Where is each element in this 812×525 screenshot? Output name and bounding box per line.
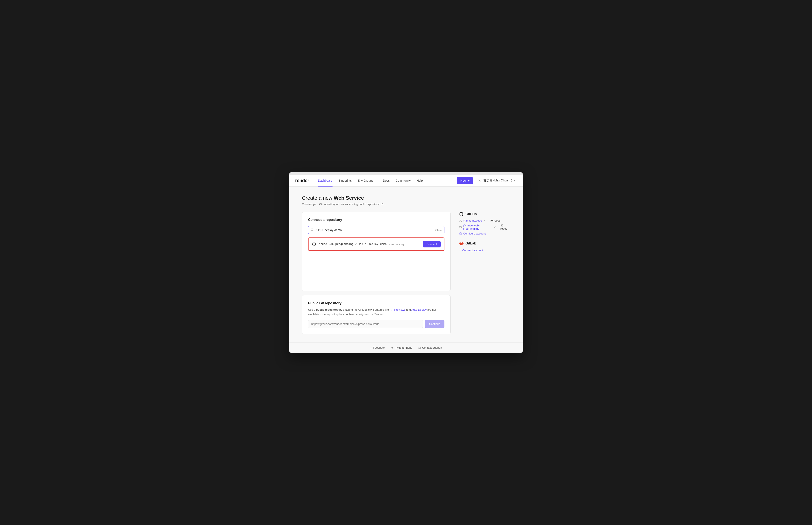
svg-point-0 — [479, 179, 480, 180]
nav-help[interactable]: Help — [414, 175, 426, 186]
github-account-user: @madmaxieee ↗ · 40 repos — [459, 219, 510, 222]
public-git-desc: Use a public repository by entering the … — [308, 308, 444, 317]
github-section: GitHub @madmaxieee ↗ · 40 repos — [459, 212, 510, 235]
plus-icon-gitlab: + — [459, 248, 461, 252]
search-input[interactable] — [308, 226, 444, 234]
pr-previews-link[interactable]: PR Previews — [390, 308, 405, 311]
github-icon — [312, 242, 316, 246]
chevron-down-icon: ▾ — [514, 179, 515, 182]
nav-env-groups[interactable]: Env Groups — [355, 175, 376, 186]
public-git-title: Public Git repository — [308, 301, 444, 305]
navbar: render Dashboard Blueprints Env Groups D… — [289, 175, 523, 186]
nav-docs[interactable]: Docs — [380, 175, 393, 186]
connect-repo-title: Connect a repository — [308, 218, 444, 222]
feedback-link[interactable]: □ Feedback — [370, 346, 385, 349]
user-name: 莊加嘉 (Max Chuang) — [484, 179, 512, 182]
nav-community[interactable]: Community — [393, 175, 414, 186]
gitlab-connect-link[interactable]: + Connect account — [459, 248, 510, 252]
main-column: Connect a repository Clear — [302, 212, 451, 334]
public-url-input[interactable] — [308, 320, 423, 328]
url-row: Continue — [308, 320, 444, 328]
repo-time: · an hour ago — [389, 242, 405, 246]
page-header: Create a new Web Service Connect your Gi… — [302, 195, 510, 206]
repo-list: ntuee-web-programming / 111-1-deploy-dem… — [308, 238, 444, 251]
search-icon — [311, 228, 314, 232]
external-link-icon: ↗ — [483, 219, 485, 222]
github-logo-icon — [459, 212, 464, 216]
support-link[interactable]: ◎ Contact Support — [418, 346, 442, 349]
github-account-org: @ntuee-web-programming ↗ · 32 repos — [459, 224, 510, 230]
invite-link[interactable]: ✈ Invite a Friend — [391, 346, 412, 349]
gitlab-heading: GitLab — [459, 241, 510, 246]
brand-logo: render — [295, 178, 309, 183]
repo-name: ntuee-web-programming / 111-1-deploy-dem… — [319, 242, 387, 246]
github-heading: GitHub — [459, 212, 510, 216]
connect-button[interactable]: Connect — [423, 241, 441, 247]
external-link-icon-2: ↗ — [494, 226, 496, 228]
github-org-link[interactable]: @ntuee-web-programming — [463, 224, 493, 230]
configure-account-link[interactable]: Configure account — [459, 232, 510, 235]
svg-point-5 — [460, 233, 461, 234]
nav-links: Dashboard Blueprints Env Groups Docs Com… — [315, 175, 457, 186]
svg-point-3 — [460, 220, 461, 221]
new-button[interactable]: New + — [457, 177, 473, 184]
org-icon — [459, 226, 462, 228]
feedback-icon: □ — [370, 346, 372, 349]
user-icon — [477, 178, 482, 183]
gitlab-section: GitLab + Connect account — [459, 241, 510, 252]
public-git-card: Public Git repository Use a public repos… — [302, 295, 451, 334]
github-user-link[interactable]: @madmaxieee — [463, 219, 482, 222]
connect-repo-card: Connect a repository Clear — [302, 212, 451, 291]
main-content: Create a new Web Service Connect your Gi… — [289, 186, 523, 343]
plus-icon: + — [468, 179, 470, 182]
nav-divider — [378, 178, 378, 183]
nav-dashboard[interactable]: Dashboard — [315, 175, 336, 186]
footer: □ Feedback ✈ Invite a Friend ◎ Contact S… — [289, 343, 523, 353]
nav-right: New + 莊加嘉 (Max Chuang) ▾ — [457, 177, 517, 184]
sidebar: GitHub @madmaxieee ↗ · 40 repos — [459, 212, 510, 258]
content-area: Connect a repository Clear — [302, 212, 510, 334]
auto-deploy-link[interactable]: Auto-Deploy — [412, 308, 427, 311]
user-menu[interactable]: 莊加嘉 (Max Chuang) ▾ — [475, 177, 517, 184]
repo-left: ntuee-web-programming / 111-1-deploy-dem… — [312, 242, 405, 246]
svg-point-1 — [311, 228, 313, 230]
configure-icon — [459, 232, 462, 235]
repo-item: ntuee-web-programming / 111-1-deploy-dem… — [309, 238, 444, 251]
invite-icon: ✈ — [391, 346, 394, 349]
continue-button[interactable]: Continue — [425, 320, 444, 328]
support-icon: ◎ — [418, 346, 421, 349]
svg-line-2 — [313, 230, 313, 231]
window-titlebar — [289, 172, 523, 175]
person-icon — [459, 219, 462, 222]
page-subtitle: Connect your Git repository or use an ex… — [302, 202, 510, 206]
page-title: Create a new Web Service — [302, 195, 510, 201]
gitlab-logo-icon — [459, 241, 464, 246]
svg-rect-4 — [459, 227, 461, 228]
clear-button[interactable]: Clear — [435, 228, 442, 232]
empty-results-area — [308, 251, 444, 285]
search-wrapper: Clear — [308, 226, 444, 234]
app-window: render Dashboard Blueprints Env Groups D… — [289, 172, 523, 353]
nav-blueprints[interactable]: Blueprints — [336, 175, 355, 186]
